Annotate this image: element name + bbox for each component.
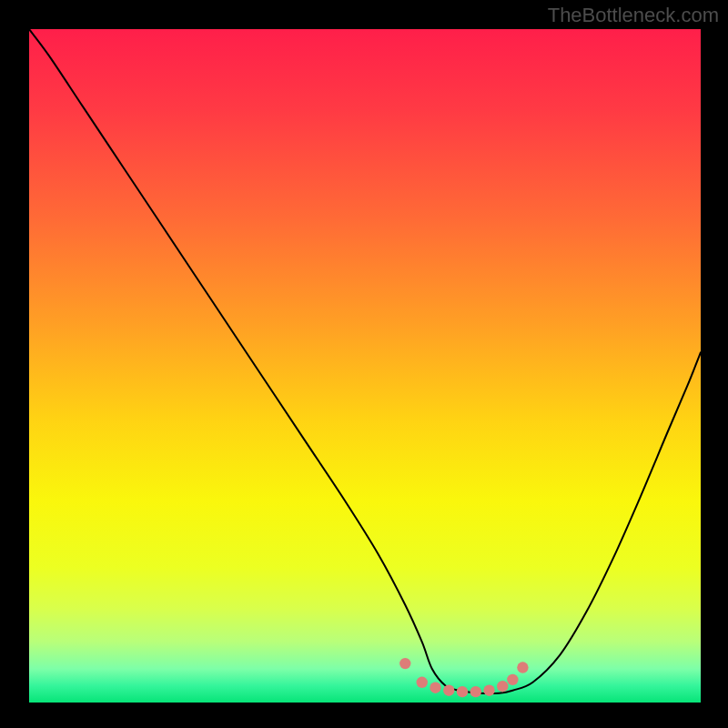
optimal-marker-dot	[470, 686, 481, 697]
optimal-marker-dot	[417, 677, 428, 688]
optimal-marker-dot	[483, 684, 494, 695]
plot-area	[29, 29, 701, 703]
bottleneck-curve	[29, 29, 701, 693]
chart-curves	[29, 29, 701, 703]
chart-frame: TheBottleneck.com	[0, 0, 728, 728]
optimal-marker-dot	[430, 682, 440, 693]
optimal-marker-dot	[507, 674, 518, 685]
optimal-marker-dot	[457, 686, 468, 697]
watermark-text: TheBottleneck.com	[548, 4, 719, 27]
optimal-marker-dot	[443, 684, 454, 695]
optimal-marker-dot	[517, 662, 528, 672]
optimal-marker-dot	[497, 681, 508, 692]
optimal-marker-dot	[399, 658, 410, 669]
